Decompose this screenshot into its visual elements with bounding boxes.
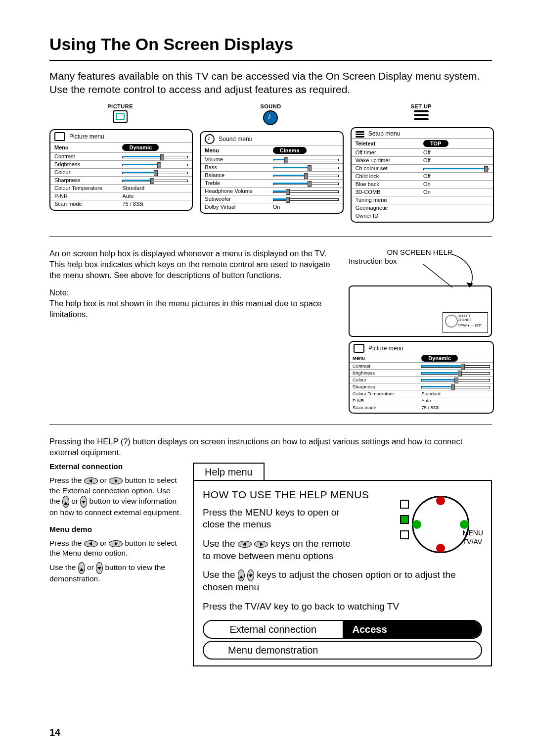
help-para: An on screen help box is displayed whene… xyxy=(49,248,339,281)
menu-key-icon xyxy=(400,500,409,509)
picture-category-label: PICTURE xyxy=(49,103,191,109)
picture-menu-title-small: Picture menu xyxy=(368,345,403,352)
picture-category-icon xyxy=(113,110,128,123)
help-row-external-connection: External connection Access xyxy=(203,620,482,639)
nav-ring-icon xyxy=(412,496,469,553)
right-button-icon xyxy=(109,477,123,484)
intro-text: Many features available on this TV can b… xyxy=(49,70,492,96)
picture-menu-icon xyxy=(354,344,364,353)
note-label: Note: xyxy=(49,288,69,297)
nav-up-icon xyxy=(436,496,445,505)
menu-demo-text-2: Use the or button to view the demonstrat… xyxy=(49,562,183,584)
picture-menu-panel-small: Picture menu MenuDynamicContrastBrightne… xyxy=(349,341,494,414)
picture-menu-panel: Picture menu MenuDynamicContrastBrightne… xyxy=(49,129,193,211)
osd-menus-row: PICTURE Picture menu MenuDynamicContrast… xyxy=(49,103,492,223)
picture-menu-icon xyxy=(54,132,65,141)
menu-key-icon xyxy=(400,530,409,539)
note-text: The help box is not shown in the menu pi… xyxy=(49,299,321,319)
up-button-icon xyxy=(62,496,69,508)
menu-key-icon xyxy=(400,515,409,524)
sound-category-label: SOUND xyxy=(200,103,341,109)
help-row-label: Menu demonstration xyxy=(204,642,343,659)
setup-menu-title: Setup menu xyxy=(368,130,400,137)
left-button-icon xyxy=(238,541,252,548)
sound-menu-panel: Sound menu MenuCinemaVolumeBassBalanceTr… xyxy=(200,131,343,214)
sound-menu-icon xyxy=(205,134,215,144)
help-box-diagram: SELECT CHANGE TV/AV ● — EXIT xyxy=(443,312,488,333)
nav-right-icon xyxy=(460,520,469,529)
nav-left-icon xyxy=(412,520,421,529)
menu-demo-text-1: Press the or button to select the Menu d… xyxy=(49,538,183,558)
sound-menu-title: Sound menu xyxy=(219,136,252,142)
helpbox-exit-label: TV/AV ● — EXIT xyxy=(458,324,482,328)
callout-instruction-box: Instruction box xyxy=(349,257,397,265)
right-button-icon xyxy=(254,541,268,548)
left-button-icon xyxy=(84,477,98,484)
picture-menu-title: Picture menu xyxy=(69,133,104,140)
setup-menu-icon xyxy=(356,130,364,137)
help-box-section: An on screen help box is displayed whene… xyxy=(49,248,492,414)
help-row-label: External connection xyxy=(204,621,343,638)
helpbox-select-label: SELECT xyxy=(458,314,482,318)
up-button-icon xyxy=(78,562,85,574)
external-connection-text: Press the or button to select the Extern… xyxy=(49,475,183,517)
down-button-icon xyxy=(96,562,103,574)
setup-menu-panel: Setup menu TeletextTOPOff timerOffWake u… xyxy=(351,127,494,223)
setup-category-label: SET UP xyxy=(351,103,492,109)
tv-screen-diagram: SELECT CHANGE TV/AV ● — EXIT xyxy=(349,285,492,337)
nav-down-icon xyxy=(436,544,445,553)
help-row-access: Access xyxy=(343,621,482,638)
rule xyxy=(49,425,492,425)
page-title: Using The On Screen Displays xyxy=(49,35,492,54)
left-button-icon xyxy=(84,540,98,547)
help-step-3: Use the keys to adjust the chosen option… xyxy=(203,569,482,594)
menu-demo-heading: Menu demo xyxy=(49,525,92,533)
remote-tvav-label: TV/AV xyxy=(463,537,483,546)
remote-diagram: MENU TV/AV xyxy=(412,496,481,555)
help-menu-panel: HOW TO USE THE HELP MENUS Press the MENU… xyxy=(193,480,492,666)
rule xyxy=(49,236,492,237)
help-step-4: Press the TV/AV key to go back to watchi… xyxy=(203,601,482,613)
down-button-icon xyxy=(80,496,87,508)
remote-menu-label: MENU xyxy=(463,528,483,537)
help-menu-tab: Help menu xyxy=(193,463,265,481)
external-connection-heading: External connection xyxy=(49,462,123,471)
nav-ring-icon xyxy=(445,315,458,328)
up-button-icon xyxy=(238,569,245,581)
sound-category-icon xyxy=(263,110,278,125)
help-step-1: Press the MENU keys to open or close the… xyxy=(203,507,351,531)
right-button-icon xyxy=(109,540,123,547)
page-number: 14 xyxy=(49,727,60,738)
down-button-icon xyxy=(247,569,254,581)
help-button-intro: Pressing the HELP (?) button displays on… xyxy=(49,436,492,458)
svg-line-1 xyxy=(423,264,452,287)
rule xyxy=(49,60,492,61)
help-row-empty xyxy=(343,642,482,659)
setup-category-icon xyxy=(414,110,429,121)
helpbox-change-label: CHANGE xyxy=(458,318,482,322)
help-row-menu-demonstration: Menu demonstration xyxy=(203,641,482,660)
help-step-2: Use the keys on the remote to move betwe… xyxy=(203,538,351,562)
